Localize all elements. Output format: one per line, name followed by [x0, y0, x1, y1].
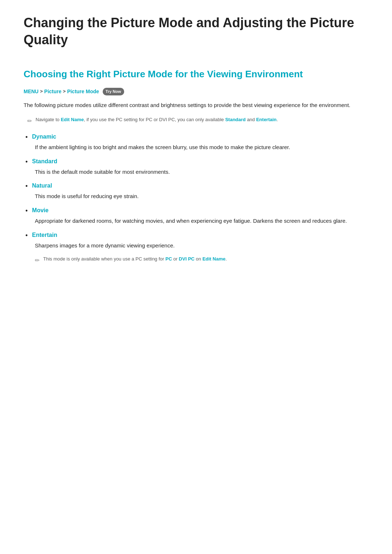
- bullet-dynamic: •: [25, 132, 28, 142]
- note-mid: , if you use the PC setting for PC or DV…: [84, 117, 225, 122]
- list-item-standard: • Standard This is the default mode suit…: [25, 157, 368, 177]
- bullet-entertain: •: [25, 231, 28, 241]
- breadcrumb-picture-mode[interactable]: Picture Mode: [67, 87, 99, 95]
- list-item-natural: • Natural This mode is useful for reduci…: [25, 181, 368, 201]
- item-desc-dynamic: If the ambient lighting is too bright an…: [35, 143, 368, 152]
- bullet-standard: •: [25, 157, 28, 167]
- list-item-entertain: • Entertain Sharpens images for a more d…: [25, 231, 368, 265]
- item-title-standard: Standard: [32, 157, 57, 166]
- picture-modes-list: • Dynamic If the ambient lighting is too…: [25, 132, 368, 265]
- item-title-movie: Movie: [32, 206, 48, 215]
- note-prefix: Navigate to: [36, 117, 61, 122]
- try-now-badge[interactable]: Try Now: [103, 88, 124, 96]
- item-title-natural: Natural: [32, 181, 52, 190]
- sub-note-mid2: on: [195, 256, 203, 262]
- item-title-dynamic: Dynamic: [32, 132, 56, 141]
- note-block-1: ✏ Navigate to Edit Name, if you use the …: [27, 116, 368, 126]
- intro-text: The following picture modes utilize diff…: [24, 101, 368, 110]
- pencil-icon-1: ✏: [27, 116, 32, 126]
- main-title: Changing the Picture Mode and Adjusting …: [24, 15, 368, 49]
- note-standard: Standard: [225, 117, 245, 122]
- sub-note-dvi-pc: DVI PC: [179, 256, 195, 262]
- note-end: .: [277, 117, 278, 122]
- sub-note-mid: or: [172, 256, 179, 262]
- note-entertain: Entertain: [256, 117, 277, 122]
- item-desc-movie: Appropriate for darkened rooms, for watc…: [35, 217, 368, 226]
- sub-note-edit-name: Edit Name: [203, 256, 226, 262]
- note-and: and: [246, 117, 256, 122]
- bullet-movie: •: [25, 206, 28, 216]
- item-desc-natural: This mode is useful for reducing eye str…: [35, 192, 368, 201]
- breadcrumb-picture[interactable]: Picture: [44, 87, 61, 95]
- sub-note-text: This mode is only available when you use…: [43, 255, 227, 263]
- list-item-movie: • Movie Appropriate for darkened rooms, …: [25, 206, 368, 226]
- pencil-icon-2: ✏: [35, 256, 40, 265]
- sub-note-prefix: This mode is only available when you use…: [43, 256, 166, 262]
- list-item-dynamic: • Dynamic If the ambient lighting is too…: [25, 132, 368, 152]
- sub-note-pc: PC: [166, 256, 172, 262]
- breadcrumb-sep2: >: [63, 88, 66, 95]
- bullet-natural: •: [25, 181, 28, 191]
- sub-note-entertain: ✏ This mode is only available when you u…: [35, 255, 368, 265]
- section-title: Choosing the Right Picture Mode for the …: [24, 67, 368, 82]
- note-text-1: Navigate to Edit Name, if you use the PC…: [36, 116, 278, 124]
- item-title-entertain: Entertain: [32, 231, 57, 239]
- breadcrumb-sep1: >: [40, 88, 43, 95]
- breadcrumb: MENU > Picture > Picture Mode Try Now: [24, 87, 368, 95]
- item-desc-entertain: Sharpens images for a more dynamic viewi…: [35, 241, 368, 250]
- breadcrumb-menu[interactable]: MENU: [24, 87, 38, 95]
- item-desc-standard: This is the default mode suitable for mo…: [35, 168, 368, 177]
- sub-note-end: .: [225, 256, 227, 262]
- note-edit-name: Edit Name: [61, 117, 84, 122]
